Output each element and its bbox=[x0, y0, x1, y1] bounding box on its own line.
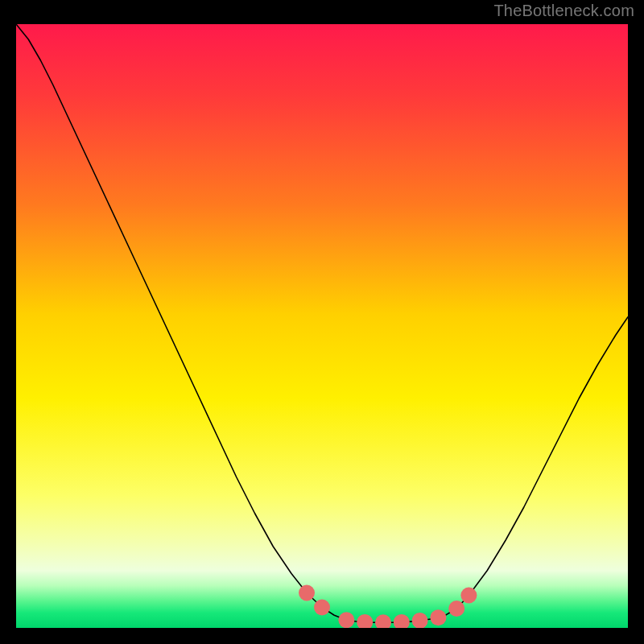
watermark-text: TheBottleneck.com bbox=[493, 2, 634, 20]
chart-frame bbox=[14, 23, 630, 630]
